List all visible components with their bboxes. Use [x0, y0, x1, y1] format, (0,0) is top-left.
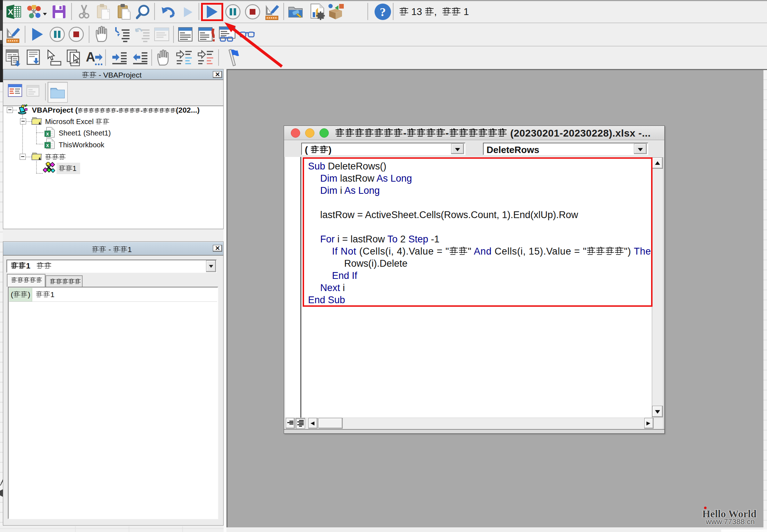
svg-text:?: ? [380, 5, 386, 19]
svg-text:x: x [46, 131, 49, 137]
svg-text:A: A [86, 50, 95, 64]
svg-text:x: x [46, 142, 49, 148]
svg-text:X: X [8, 8, 13, 16]
